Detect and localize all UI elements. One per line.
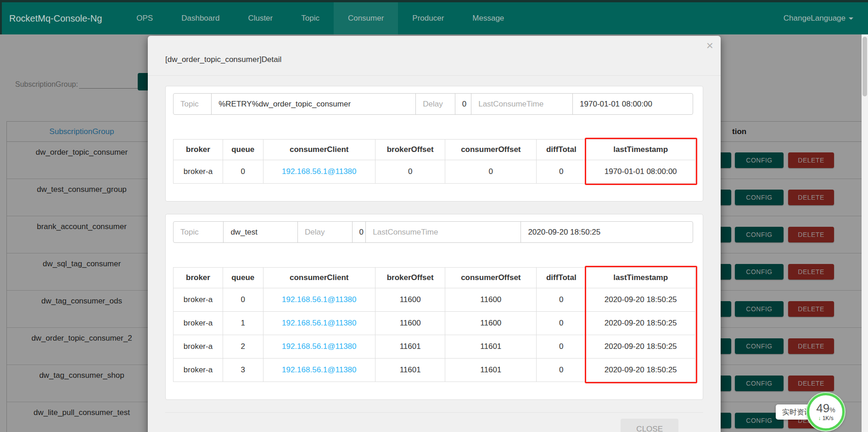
column-header-queue: queue — [223, 268, 263, 288]
last-consume-time-value-field[interactable]: 2020-09-20 18:50:25 — [521, 221, 693, 243]
table-cell: 11600 — [445, 288, 537, 312]
table-cell: 1 — [223, 312, 263, 335]
last-consume-time-value-field[interactable]: 1970-01-01 08:00:00 — [572, 93, 693, 115]
topic-label: Topic — [173, 221, 224, 243]
column-header-broker: broker — [174, 268, 223, 288]
column-header-diffTotal: diffTotal — [537, 140, 586, 160]
table-row: broker-a0192.168.56.1@113801160011600020… — [174, 288, 695, 312]
table-cell: broker-a — [174, 312, 223, 335]
last-consume-time-label: LastConsumeTime — [365, 221, 521, 243]
download-arrow-icon: ↓ — [818, 415, 821, 421]
column-header-consumerOffset: consumerOffset — [445, 268, 537, 288]
column-header-lastTimestamp: lastTimestamp — [586, 140, 695, 160]
consumer-detail-modal: × [dw_order_topic_consumer]Detail Topic … — [148, 36, 721, 432]
table-cell: 2020-09-20 18:50:25 — [586, 359, 695, 382]
table-cell: 2020-09-20 18:50:25 — [586, 312, 695, 335]
close-button[interactable]: CLOSE — [621, 419, 678, 432]
table-cell: 0 — [445, 160, 537, 184]
nav-item-dashboard[interactable]: Dashboard — [167, 2, 234, 34]
table-cell: 2020-09-20 18:50:25 — [586, 288, 695, 312]
modal-title: [dw_order_topic_consumer]Detail — [148, 36, 721, 64]
table-cell: 0 — [537, 335, 586, 359]
topic-value-field[interactable]: dw_test — [223, 221, 298, 243]
retry-topic-table-wrap: brokerqueueconsumerClientbrokerOffsetcon… — [173, 139, 695, 184]
table-cell: 11600 — [445, 312, 537, 335]
modal-footer: CLOSE — [165, 412, 703, 432]
speed-value: 1K/s — [823, 415, 834, 421]
retry-topic-section: Topic %RETRY%dw_order_topic_consumer Del… — [165, 86, 703, 202]
dw-test-table-wrap: brokerqueueconsumerClientbrokerOffsetcon… — [173, 267, 695, 382]
table-cell: broker-a — [174, 288, 223, 312]
consumer-client-link[interactable]: 192.168.56.1@11380 — [263, 359, 375, 382]
table-cell: 11601 — [375, 335, 445, 359]
topic-label: Topic — [173, 93, 212, 115]
dw-test-topic-section: Topic dw_test Delay 0 LastConsumeTime 20… — [165, 214, 703, 400]
column-header-consumerOffset: consumerOffset — [445, 140, 537, 160]
delay-value-field[interactable]: 0 — [455, 93, 471, 115]
nav-item-message[interactable]: Message — [458, 2, 518, 34]
table-cell: 11601 — [445, 359, 537, 382]
retry-topic-fields: Topic %RETRY%dw_order_topic_consumer Del… — [173, 93, 695, 115]
consumer-client-link[interactable]: 192.168.56.1@11380 — [263, 160, 375, 184]
column-header-brokerOffset: brokerOffset — [375, 140, 445, 160]
table-cell: broker-a — [174, 160, 223, 184]
retry-topic-offset-table: brokerqueueconsumerClientbrokerOffsetcon… — [173, 139, 695, 184]
column-header-queue: queue — [223, 140, 263, 160]
column-header-brokerOffset: brokerOffset — [375, 268, 445, 288]
percent-unit: % — [829, 406, 835, 414]
column-header-consumerClient: consumerClient — [263, 268, 375, 288]
nav-item-producer[interactable]: Producer — [398, 2, 458, 34]
table-cell: 0 — [537, 312, 586, 335]
table-cell: 11601 — [445, 335, 537, 359]
navbar: RocketMq-Console-Ng OPSDashboardClusterT… — [0, 2, 868, 34]
last-consume-time-label: LastConsumeTime — [471, 93, 573, 115]
table-cell: 3 — [223, 359, 263, 382]
table-row: broker-a1192.168.56.1@113801160011600020… — [174, 312, 695, 335]
scrollbar-thumb[interactable] — [862, 37, 867, 96]
nav-menu: OPSDashboardClusterTopicConsumerProducer… — [122, 2, 518, 34]
nav-item-cluster[interactable]: Cluster — [234, 2, 287, 34]
delay-value-field[interactable]: 0 — [352, 221, 366, 243]
table-cell: broker-a — [174, 335, 223, 359]
consumer-client-link[interactable]: 192.168.56.1@11380 — [263, 335, 375, 359]
table-cell: 2020-09-20 18:50:25 — [586, 335, 695, 359]
chevron-down-icon — [849, 17, 853, 20]
nav-item-topic[interactable]: Topic — [287, 2, 334, 34]
table-row: broker-a2192.168.56.1@113801160111601020… — [174, 335, 695, 359]
dw-test-topic-fields: Topic dw_test Delay 0 LastConsumeTime 20… — [173, 221, 695, 243]
consumer-client-link[interactable]: 192.168.56.1@11380 — [263, 288, 375, 312]
table-cell: 0 — [537, 288, 586, 312]
app-brand[interactable]: RocketMq-Console-Ng — [2, 13, 102, 24]
delay-label: Delay — [415, 93, 455, 115]
column-header-consumerClient: consumerClient — [263, 140, 375, 160]
nav-item-ops[interactable]: OPS — [122, 2, 167, 34]
table-cell: 0 — [537, 359, 586, 382]
nav-item-consumer[interactable]: Consumer — [334, 2, 398, 34]
close-icon[interactable]: × — [705, 38, 715, 53]
consumer-client-link[interactable]: 192.168.56.1@11380 — [263, 312, 375, 335]
dw-test-offset-table: brokerqueueconsumerClientbrokerOffsetcon… — [173, 267, 695, 382]
download-progress-button[interactable]: 49% ↓ 1K/s — [807, 393, 845, 431]
delay-label: Delay — [297, 221, 352, 243]
table-cell: 1970-01-01 08:00:00 — [586, 160, 695, 184]
change-language-dropdown[interactable]: ChangeLanguage — [784, 2, 853, 34]
table-row: broker-a3192.168.56.1@113801160111601020… — [174, 359, 695, 382]
modal-body: Topic %RETRY%dw_order_topic_consumer Del… — [148, 76, 721, 432]
table-cell: 11601 — [375, 359, 445, 382]
scrollbar[interactable] — [862, 34, 868, 432]
column-header-lastTimestamp: lastTimestamp — [586, 268, 695, 288]
table-cell: broker-a — [174, 359, 223, 382]
table-cell: 0 — [537, 160, 586, 184]
change-language-label: ChangeLanguage — [784, 14, 846, 22]
topic-value-field[interactable]: %RETRY%dw_order_topic_consumer — [211, 93, 416, 115]
table-cell: 0 — [223, 160, 263, 184]
table-row: broker-a0192.168.56.1@113800001970-01-01… — [174, 160, 695, 184]
column-header-diffTotal: diffTotal — [537, 268, 586, 288]
table-cell: 0 — [223, 288, 263, 312]
download-speed: ↓ 1K/s — [818, 415, 833, 421]
table-cell: 2 — [223, 335, 263, 359]
window-top-edge — [0, 0, 868, 2]
table-cell: 11600 — [375, 312, 445, 335]
table-cell: 0 — [375, 160, 445, 184]
download-percent: 49% — [816, 402, 835, 414]
